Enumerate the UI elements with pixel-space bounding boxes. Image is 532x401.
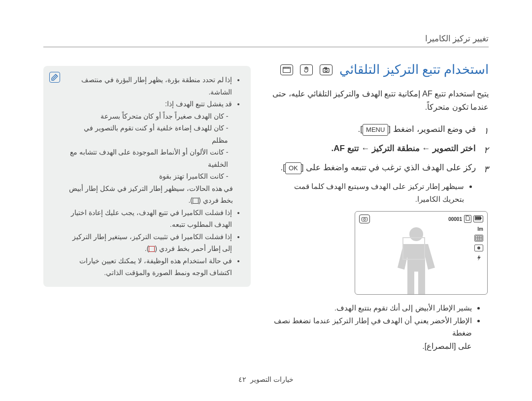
note-bottom-2: إذا فشلت الكاميرا في تثبيت التركيز، سيتغ… — [66, 231, 232, 255]
battery-icon — [473, 216, 483, 222]
focus-square — [402, 237, 425, 260]
preview-mode-icon — [359, 215, 370, 223]
preview-counter: 00001 — [448, 216, 462, 222]
white-frame-icon — [193, 198, 199, 204]
note-top-2: قد يفشل تتبع الهدف إذا: — [66, 98, 232, 110]
icon-small-1 — [474, 245, 483, 251]
svg-rect-16 — [476, 236, 482, 241]
subject-silhouette — [385, 225, 444, 294]
svg-rect-12 — [481, 217, 482, 219]
preview-label-im: Im — [474, 226, 483, 232]
note-dash-3: كانت الألوان أو الأنماط الموجودة على اله… — [66, 146, 228, 170]
flash-icon — [474, 254, 483, 261]
page-footer: خيارات التصوير ٤٢ — [0, 375, 532, 383]
step-sub-bullets: سيظهر إطار تركيز على الهدف وسيتبع الهدف … — [270, 180, 489, 205]
grid-icon — [474, 235, 483, 242]
section-title: استخدام تتبع التركيز التلقائي — [339, 62, 489, 77]
note-after-dash: في هذه الحالات، سيظهر إطار التركيز في شك… — [66, 183, 242, 207]
steps-list: في وضع التصوير، اضغط [MENU]. اختر التصوي… — [270, 123, 489, 175]
bullet-green-frame: الإطار الأخضر يعني أن الهدف في إطار التر… — [270, 314, 472, 339]
svg-rect-15 — [479, 217, 481, 219]
page-header: تغيير تركيز الكاميرا — [43, 33, 489, 47]
section-title-row: استخدام تتبع التركيز التلقائي — [270, 62, 489, 77]
camera-preview: 00001 Im — [355, 211, 488, 295]
camera-mode-icon — [320, 64, 332, 75]
svg-rect-2 — [325, 67, 327, 69]
step-3: ركز على الهدف الذي ترغب في تتبعه واضغط ع… — [270, 161, 489, 175]
step-1: في وضع التصوير، اضغط [MENU]. — [270, 123, 489, 137]
note-box: إذا لم تحدد منطقة بؤرة، يظهر إطار البؤرة… — [43, 66, 251, 287]
svg-point-21 — [477, 247, 480, 249]
bullet-focus-frame: سيظهر إطار تركيز على الهدف وسيتبع الهدف … — [270, 180, 464, 205]
note-dash-2: كان للهدف إضاءة خلفية أو كنت تقوم بالتصو… — [66, 122, 228, 146]
svg-rect-14 — [477, 217, 479, 219]
intro-text: يتيح استخدام تتبع AF إمكانية تتبع الهدف … — [270, 87, 489, 114]
note-icon — [49, 72, 60, 83]
shutter-line: على [المصراع]. — [270, 341, 489, 351]
note-top-1: إذا لم تحدد منطقة بؤرة، يظهر إطار البؤرة… — [66, 74, 232, 98]
svg-rect-13 — [476, 217, 477, 219]
after-preview-bullets: يشير الإطار الأبيض إلى أنك تقوم بتتبع ال… — [270, 302, 489, 339]
scene-mode-icon — [280, 64, 293, 75]
note-dash-1: كان الهدف صغيراً جداً أو كان متحركاً بسر… — [66, 110, 228, 123]
ok-button-label: OK — [285, 162, 301, 174]
sd-card-icon — [464, 215, 471, 223]
hand-mode-icon — [300, 64, 313, 75]
step-2: اختر التصوير ← منطقة التركيز ← تتبع AF. — [270, 142, 489, 156]
note-bottom-3: في حالة استخدام هذه الوظيفة، لا يمكنك تع… — [66, 255, 232, 279]
svg-point-1 — [325, 69, 328, 71]
bullet-white-frame: يشير الإطار الأبيض إلى أنك تقوم بتتبع ال… — [270, 302, 472, 314]
note-bottom-1: إذا فشلت الكاميرا في تتبع الهدف، يجب علي… — [66, 207, 232, 231]
red-frame-icon — [149, 246, 155, 252]
note-dash-4: كانت الكاميرا تهتز بقوة — [66, 170, 228, 183]
svg-point-10 — [364, 218, 366, 220]
menu-button-label: MENU — [363, 124, 388, 136]
